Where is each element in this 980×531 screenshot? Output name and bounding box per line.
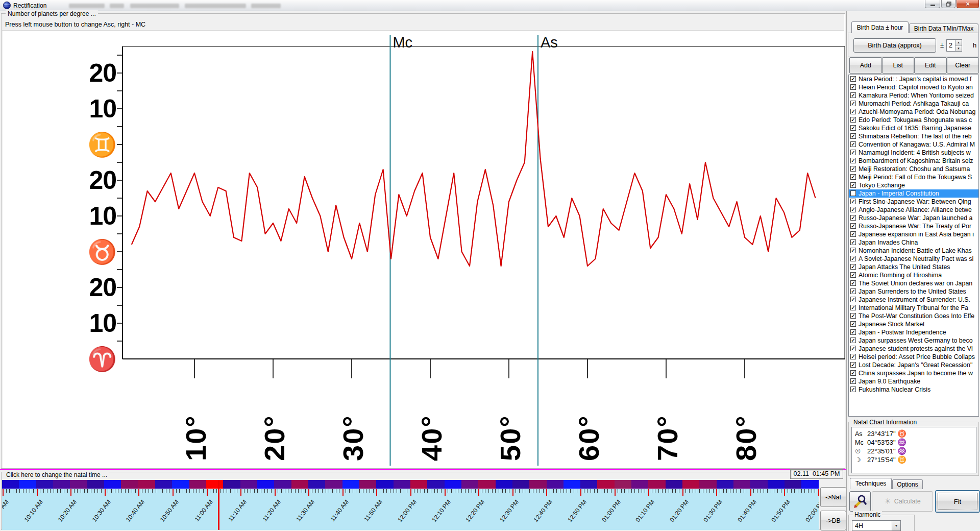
event-checkbox[interactable]: ✓ bbox=[850, 207, 856, 212]
event-list-item[interactable]: ✓Bombardment of Kagoshima: Britain seiz bbox=[849, 157, 978, 165]
event-list-item[interactable]: ✓Japanese expansion in East Asia began i bbox=[849, 230, 978, 238]
event-checkbox[interactable]: ✓ bbox=[850, 141, 856, 147]
edit-button[interactable]: Edit bbox=[914, 57, 947, 74]
event-list-item[interactable]: ✓First Sino-Japanese War: Between Qing bbox=[849, 198, 978, 206]
event-checkbox[interactable]: ✓ bbox=[850, 321, 856, 327]
event-checkbox[interactable]: ✓ bbox=[850, 133, 856, 139]
clear-button[interactable]: Clear bbox=[947, 57, 979, 74]
event-checkbox[interactable]: ✓ bbox=[850, 346, 856, 351]
event-checkbox[interactable]: ✓ bbox=[850, 182, 856, 188]
event-list-item[interactable]: ✓Nara Period: : Japan's capital is moved… bbox=[849, 75, 978, 83]
event-list-item[interactable]: ✓Convention of Kanagawa: U.S. Admiral M bbox=[849, 140, 978, 149]
event-checkbox[interactable]: ✓ bbox=[850, 76, 856, 82]
event-checkbox[interactable]: ✓ bbox=[850, 223, 856, 229]
fitness-heat-strip[interactable] bbox=[2, 480, 819, 489]
to-database-button[interactable]: ->DB bbox=[820, 511, 846, 530]
event-checkbox[interactable]: ✓ bbox=[850, 288, 856, 294]
event-list[interactable]: ✓Nara Period: : Japan's capital is moved… bbox=[848, 75, 979, 417]
hour-spinner[interactable]: 2 ▲ ▼ bbox=[946, 39, 962, 52]
event-checkbox[interactable]: ✓ bbox=[850, 370, 856, 376]
restore-button[interactable] bbox=[941, 0, 955, 8]
event-checkbox[interactable]: ✓ bbox=[850, 264, 856, 270]
event-list-item[interactable]: ✓Japan Surrenders to the United States bbox=[849, 287, 978, 296]
event-list-item[interactable]: ✓The Post-War Constitution Goes Into Eff… bbox=[849, 312, 978, 320]
event-checkbox[interactable]: ✓ bbox=[850, 297, 856, 302]
event-checkbox[interactable]: ✓ bbox=[850, 92, 856, 98]
event-list-item[interactable]: ✓Russo-Japanese War: The Treaty of Por bbox=[849, 222, 978, 230]
event-list-item[interactable]: ✓Sakoku Edict of 1635: Barring Japanese bbox=[849, 124, 978, 132]
event-list-item[interactable]: ✓Azuchi-Momoyama Period: Oda Nobunag bbox=[849, 108, 978, 116]
event-list-item[interactable]: ✓Edo Period: Tokugawa Shogunate was c bbox=[849, 116, 978, 124]
event-checkbox[interactable]: ✓ bbox=[850, 272, 856, 278]
event-checkbox[interactable]: ✓ bbox=[850, 329, 856, 335]
timeline-group-title[interactable]: Click here to change the natal time ... bbox=[5, 471, 109, 478]
event-checkbox[interactable]: ✓ bbox=[850, 248, 856, 253]
spin-up-icon[interactable]: ▲ bbox=[955, 40, 962, 46]
event-list-item[interactable]: ✓Heisei period: Asset Price Bubble Colla… bbox=[849, 353, 978, 361]
event-list-item[interactable]: ✓Kamakura Period: When Yoritomo seized bbox=[849, 91, 978, 100]
event-checkbox[interactable]: ✓ bbox=[850, 174, 856, 180]
time-ruler[interactable]: 10:00 AM10:10 AM10:20 AM10:30 AM10:40 AM… bbox=[2, 489, 819, 530]
event-list-item[interactable]: ✓Japan 9.0 Earthquake bbox=[849, 377, 978, 385]
close-button[interactable]: × bbox=[957, 0, 979, 8]
event-list-item[interactable]: ✓A Soviet-Japanese Neutrality Pact was s… bbox=[849, 255, 978, 263]
event-list-item[interactable]: ✓Lost Decade: Japan's "Great Recession" bbox=[849, 361, 978, 369]
tab-techniques[interactable]: Techniques bbox=[850, 478, 892, 489]
list-button[interactable]: List bbox=[882, 57, 915, 74]
event-checkbox[interactable]: ✓ bbox=[850, 166, 856, 172]
add-button[interactable]: Add bbox=[849, 57, 882, 74]
event-checkbox[interactable]: ✓ bbox=[850, 84, 856, 90]
event-list-item[interactable]: ✓Nomonhan Incident: Battle of Lake Khas bbox=[849, 247, 978, 255]
calculate-button[interactable]: ☀ Calculate bbox=[872, 491, 933, 512]
event-checkbox[interactable]: ✓ bbox=[850, 362, 856, 368]
event-list-item[interactable]: ✓Atomic Bombing of Hiroshima bbox=[849, 271, 978, 279]
event-checkbox[interactable]: ✓ bbox=[850, 101, 856, 106]
event-list-item[interactable]: Japan - Imperial Constitution bbox=[849, 189, 978, 198]
event-list-item[interactable]: ✓Muromachi Period: Ashikaga Takauji ca bbox=[849, 100, 978, 108]
event-list-item[interactable]: ✓Japanese student protests against the V… bbox=[849, 345, 978, 353]
event-checkbox[interactable]: ✓ bbox=[850, 239, 856, 245]
tab-birth-data-tmin-tmax[interactable]: Birth Data TMin/TMax bbox=[909, 23, 978, 33]
event-list-item[interactable]: ✓Japan surpasses West Germany to beco bbox=[849, 336, 978, 345]
event-list-item[interactable]: ✓Japan - Postwar Independence bbox=[849, 328, 978, 336]
planets-per-degree-chart[interactable]: ♈1020♉1020♊102010°20°30°40°50°60°70°80°M… bbox=[3, 31, 845, 468]
event-checkbox[interactable]: ✓ bbox=[850, 117, 856, 123]
event-checkbox[interactable]: ✓ bbox=[850, 199, 856, 204]
event-checkbox[interactable]: ✓ bbox=[850, 256, 856, 261]
event-list-item[interactable]: ✓Meiji Restoration: Choshu and Satsuma bbox=[849, 165, 978, 173]
tab-birth-data-hour[interactable]: Birth Data ± hour bbox=[851, 21, 909, 33]
event-checkbox[interactable]: ✓ bbox=[850, 354, 856, 359]
fit-button[interactable]: Fit bbox=[935, 490, 980, 513]
event-list-item[interactable]: ✓Tokyo Exchange bbox=[849, 181, 978, 189]
event-list-item[interactable]: ✓Russo-Japanese War: Japan launched a bbox=[849, 214, 978, 222]
event-checkbox[interactable]: ✓ bbox=[850, 378, 856, 384]
event-list-item[interactable]: ✓The Soviet Union declares war on Japan bbox=[849, 279, 978, 287]
event-list-item[interactable]: ✓International Military Tribunal for the… bbox=[849, 304, 978, 312]
event-checkbox[interactable]: ✓ bbox=[850, 305, 856, 310]
event-list-item[interactable]: ✓Japanese Stock Market bbox=[849, 320, 978, 328]
rectification-tools-button[interactable] bbox=[849, 491, 871, 512]
spin-down-icon[interactable]: ▼ bbox=[955, 46, 962, 52]
event-checkbox[interactable]: ✓ bbox=[850, 150, 856, 155]
event-list-item[interactable]: ✓China surpasses Japan to become the w bbox=[849, 369, 978, 377]
event-checkbox[interactable] bbox=[850, 190, 856, 196]
to-natal-button[interactable]: ->Nat bbox=[820, 487, 846, 507]
event-checkbox[interactable]: ✓ bbox=[850, 280, 856, 286]
birth-data-approx-button[interactable]: Birth Data (approx) bbox=[853, 38, 936, 53]
event-checkbox[interactable]: ✓ bbox=[850, 109, 856, 114]
event-list-item[interactable]: ✓Japanese Instrument of Surrender: U.S. bbox=[849, 296, 978, 304]
minimize-button[interactable] bbox=[925, 0, 940, 8]
tab-options[interactable]: Options bbox=[892, 479, 923, 489]
event-checkbox[interactable]: ✓ bbox=[850, 313, 856, 319]
event-list-item[interactable]: ✓Japan Invades China bbox=[849, 238, 978, 247]
harmonic-select[interactable]: 4H ▼ bbox=[852, 520, 901, 531]
event-checkbox[interactable]: ✓ bbox=[850, 337, 856, 343]
event-checkbox[interactable]: ✓ bbox=[850, 231, 856, 237]
event-checkbox[interactable]: ✓ bbox=[850, 125, 856, 131]
event-list-item[interactable]: ✓Heian Period: Capitol moved to Kyoto an bbox=[849, 83, 978, 91]
event-list-item[interactable]: ✓Japan Attacks The United States bbox=[849, 263, 978, 271]
event-checkbox[interactable]: ✓ bbox=[850, 387, 856, 392]
event-checkbox[interactable]: ✓ bbox=[850, 158, 856, 163]
event-list-item[interactable]: ✓Fukushima Nuclear Crisis bbox=[849, 385, 978, 394]
event-list-item[interactable]: ✓Shimabara Rebellion: The last of the re… bbox=[849, 132, 978, 140]
